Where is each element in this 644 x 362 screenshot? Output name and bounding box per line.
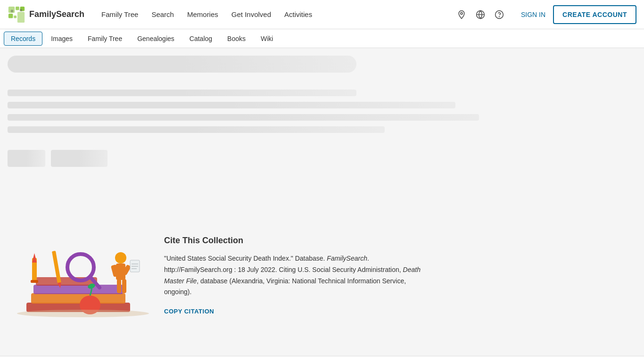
nav-memories[interactable]: Memories bbox=[182, 7, 224, 22]
main-nav: Family Tree Search Memories Get Involved… bbox=[96, 7, 455, 22]
sub-nav-records[interactable]: Records bbox=[4, 32, 42, 46]
citation-inner: Cite This Collection "United States Soci… bbox=[8, 232, 432, 337]
nav-activities[interactable]: Activities bbox=[279, 7, 318, 22]
header: FamilySearch Family Tree Search Memories… bbox=[0, 0, 644, 29]
logo[interactable]: FamilySearch bbox=[8, 6, 84, 24]
svg-marker-17 bbox=[32, 253, 37, 263]
skeleton-line-4 bbox=[8, 126, 385, 133]
sub-nav-family-tree[interactable]: Family Tree bbox=[81, 32, 129, 45]
logo-icon bbox=[8, 6, 25, 24]
citation-title: Cite This Collection bbox=[164, 236, 432, 246]
skeleton-rows bbox=[8, 82, 636, 142]
svg-rect-18 bbox=[31, 280, 38, 283]
create-account-button[interactable]: CREATE ACCOUNT bbox=[553, 5, 636, 24]
help-icon[interactable] bbox=[493, 8, 506, 21]
skeleton-button-group bbox=[8, 150, 636, 167]
skeleton-btn-1 bbox=[8, 150, 45, 167]
svg-point-25 bbox=[115, 252, 126, 263]
nav-search[interactable]: Search bbox=[146, 7, 180, 22]
svg-rect-14 bbox=[33, 285, 123, 294]
sub-nav-catalog[interactable]: Catalog bbox=[183, 32, 219, 45]
svg-rect-4 bbox=[14, 15, 17, 18]
svg-rect-5 bbox=[17, 12, 25, 23]
logo-text: FamilySearch bbox=[29, 9, 84, 19]
svg-point-8 bbox=[461, 12, 462, 14]
skeleton-line-2 bbox=[8, 102, 455, 108]
svg-point-7 bbox=[20, 8, 23, 11]
citation-content: Cite This Collection "United States Soci… bbox=[164, 232, 432, 315]
citation-text: "United States Social Security Death Ind… bbox=[164, 253, 432, 298]
skeleton-line-1 bbox=[8, 90, 356, 96]
svg-point-6 bbox=[11, 9, 14, 12]
svg-rect-1 bbox=[16, 6, 19, 10]
svg-point-11 bbox=[499, 16, 500, 16]
skeleton-line-3 bbox=[8, 114, 479, 121]
sub-nav-images[interactable]: Images bbox=[44, 32, 79, 45]
sub-nav-wiki[interactable]: Wiki bbox=[254, 32, 280, 45]
header-icons bbox=[455, 8, 506, 21]
citation-suffix: , database (Alexandria, Virginia: Nation… bbox=[164, 277, 406, 296]
content-loading-area bbox=[0, 48, 644, 213]
sub-nav: Records Images Family Tree Genealogies C… bbox=[0, 29, 644, 48]
svg-rect-30 bbox=[122, 279, 126, 293]
sign-in-button[interactable]: SIGN IN bbox=[513, 7, 553, 22]
citation-section: Cite This Collection "United States Soci… bbox=[0, 213, 644, 356]
skeleton-title bbox=[8, 56, 356, 73]
svg-rect-13 bbox=[31, 293, 125, 304]
svg-point-35 bbox=[17, 310, 149, 317]
nav-family-tree[interactable]: Family Tree bbox=[96, 7, 144, 22]
sub-nav-genealogies[interactable]: Genealogies bbox=[131, 32, 181, 45]
sub-nav-books[interactable]: Books bbox=[221, 32, 252, 45]
globe-icon[interactable] bbox=[474, 8, 487, 21]
citation-prefix: "United States Social Security Death Ind… bbox=[164, 255, 327, 262]
location-icon[interactable] bbox=[455, 8, 468, 21]
copy-citation-button[interactable]: COPY CITATION bbox=[164, 308, 214, 315]
skeleton-btn-2 bbox=[51, 150, 107, 167]
illustration bbox=[8, 232, 149, 337]
svg-rect-3 bbox=[8, 14, 13, 18]
footer: About Volunteer Blog Find Ancestors Site… bbox=[0, 356, 644, 362]
nav-get-involved[interactable]: Get Involved bbox=[226, 7, 277, 22]
citation-brand: FamilySearch bbox=[327, 255, 367, 262]
svg-rect-29 bbox=[117, 279, 121, 293]
